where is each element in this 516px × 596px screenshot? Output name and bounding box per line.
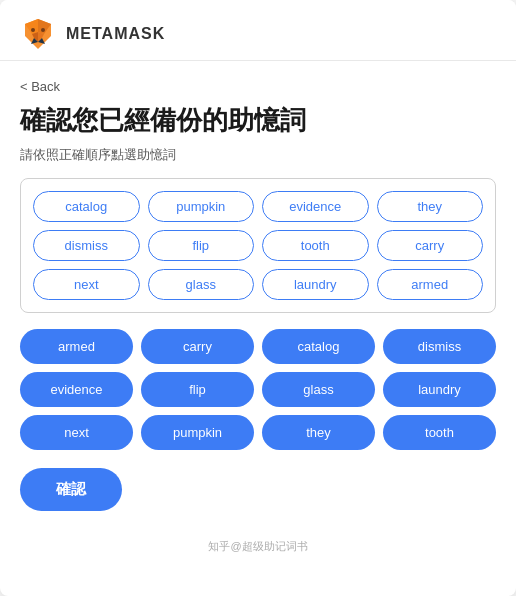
selected-word-chip[interactable]: evidence — [20, 372, 133, 407]
word-pool-chip[interactable]: evidence — [262, 191, 369, 222]
selected-word-chip[interactable]: glass — [262, 372, 375, 407]
watermark: 知乎@超级助记词书 — [0, 531, 516, 558]
svg-point-8 — [41, 28, 45, 32]
word-pool-chip[interactable]: they — [377, 191, 484, 222]
word-pool-container: catalogpumpkinevidencetheydismissfliptoo… — [20, 178, 496, 313]
app-name: METAMASK — [66, 25, 165, 43]
word-pool-chip[interactable]: armed — [377, 269, 484, 300]
main-content: < Back 確認您已經備份的助憶詞 請依照正確順序點選助憶詞 catalogp… — [0, 61, 516, 531]
word-pool-grid: catalogpumpkinevidencetheydismissfliptoo… — [33, 191, 483, 300]
selected-words-grid: armedcarrycatalogdismissevidenceflipglas… — [20, 329, 496, 450]
word-pool-chip[interactable]: catalog — [33, 191, 140, 222]
selected-word-chip[interactable]: they — [262, 415, 375, 450]
page-subtitle: 請依照正確順序點選助憶詞 — [20, 146, 496, 164]
selected-word-chip[interactable]: next — [20, 415, 133, 450]
metamask-logo-icon — [20, 16, 56, 52]
selected-word-chip[interactable]: dismiss — [383, 329, 496, 364]
selected-word-chip[interactable]: laundry — [383, 372, 496, 407]
word-pool-chip[interactable]: tooth — [262, 230, 369, 261]
word-pool-chip[interactable]: dismiss — [33, 230, 140, 261]
word-pool-chip[interactable]: flip — [148, 230, 255, 261]
svg-point-7 — [31, 28, 35, 32]
word-pool-chip[interactable]: next — [33, 269, 140, 300]
confirm-button[interactable]: 確認 — [20, 468, 122, 511]
word-pool-chip[interactable]: glass — [148, 269, 255, 300]
back-link[interactable]: < Back — [20, 79, 60, 94]
selected-word-chip[interactable]: armed — [20, 329, 133, 364]
word-pool-chip[interactable]: carry — [377, 230, 484, 261]
word-pool-chip[interactable]: laundry — [262, 269, 369, 300]
page-title: 確認您已經備份的助憶詞 — [20, 104, 496, 138]
selected-word-chip[interactable]: pumpkin — [141, 415, 254, 450]
app-header: METAMASK — [0, 0, 516, 61]
selected-word-chip[interactable]: tooth — [383, 415, 496, 450]
word-pool-chip[interactable]: pumpkin — [148, 191, 255, 222]
selected-word-chip[interactable]: carry — [141, 329, 254, 364]
selected-word-chip[interactable]: flip — [141, 372, 254, 407]
phone-frame: METAMASK < Back 確認您已經備份的助憶詞 請依照正確順序點選助憶詞… — [0, 0, 516, 596]
selected-word-chip[interactable]: catalog — [262, 329, 375, 364]
